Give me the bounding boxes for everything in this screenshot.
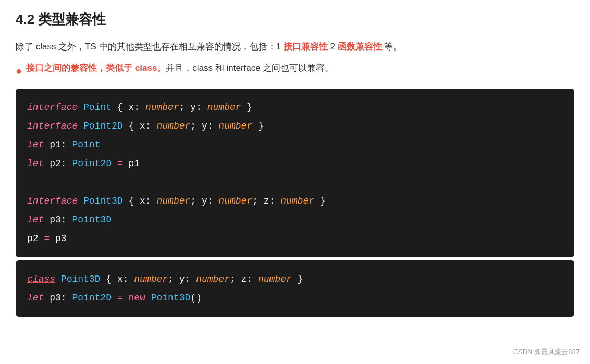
code-line-4: let p2: Point2D = p1 <box>27 154 563 173</box>
highlight-function-compat: 函数兼容性 <box>338 42 382 52</box>
keyword-new: new <box>128 293 151 303</box>
code-line-2: interface Point2D { x: number; y: number… <box>27 117 563 135</box>
code-section-1: interface Point { x: number; y: number }… <box>16 89 574 257</box>
keyword-let-3: let <box>27 215 44 225</box>
keyword-interface-2: interface <box>27 121 78 131</box>
code-line-class-2: let p3: Point2D = new Point3D() <box>27 288 563 307</box>
highlight-interface-compat: 接口兼容性 <box>284 42 328 52</box>
code-line-3: let p1: Point <box>27 135 563 154</box>
keyword-interface-3: interface <box>27 196 78 206</box>
code-line-6: let p3: Point3D <box>27 210 563 229</box>
keyword-let-1: let <box>27 140 44 150</box>
bullet-dot: ● <box>16 61 22 80</box>
watermark: CSDN @晨风流云837 <box>513 347 580 357</box>
code-line-5: interface Point3D { x: number; y: number… <box>27 192 563 210</box>
keyword-class: class <box>27 274 55 284</box>
code-section-2: class Point3D { x: number; y: number; z:… <box>16 260 574 317</box>
description-text: 除了 class 之外，TS 中的其他类型也存在相互兼容的情况，包括：1 接口兼… <box>16 39 574 55</box>
code-block-2: class Point3D { x: number; y: number; z:… <box>16 260 574 317</box>
keyword-let-2: let <box>27 158 44 169</box>
code-line-blank <box>27 173 563 192</box>
bullet-red-text: 接口之间的兼容性，类似于 class。 <box>26 63 166 73</box>
code-line-class-1: class Point3D { x: number; y: number; z:… <box>27 270 563 288</box>
bullet-text: 接口之间的兼容性，类似于 class。并且，class 和 interface … <box>26 60 334 77</box>
bullet-item: ● 接口之间的兼容性，类似于 class。并且，class 和 interfac… <box>16 60 574 80</box>
keyword-let-4: let <box>27 293 44 303</box>
code-block-1: interface Point { x: number; y: number }… <box>16 89 574 257</box>
page-title: 4.2 类型兼容性 <box>16 10 574 29</box>
code-line-1: interface Point { x: number; y: number } <box>27 98 563 117</box>
keyword-interface-1: interface <box>27 102 78 112</box>
code-line-7: p2 = p3 <box>27 229 563 248</box>
